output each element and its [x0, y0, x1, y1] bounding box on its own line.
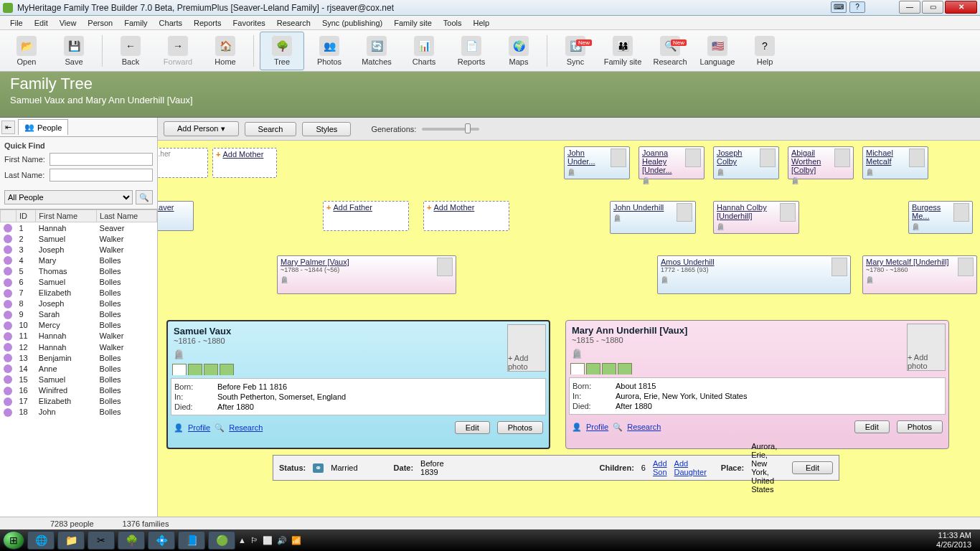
- menu-reports[interactable]: Reports: [188, 16, 227, 29]
- research-link-2[interactable]: Research: [627, 423, 661, 431]
- menu-favorites[interactable]: Favorites: [227, 16, 271, 29]
- menu-tools[interactable]: Tools: [438, 16, 468, 29]
- taskbar-chrome[interactable]: 🌐: [27, 531, 55, 550]
- menu-family-site[interactable]: Family site: [388, 16, 438, 29]
- edit-person1-button[interactable]: Edit: [455, 421, 490, 434]
- tree-canvas[interactable]: ...her +Add Mother Laver +Add Father +Ad…: [158, 141, 980, 517]
- person-row[interactable]: 5ThomasBolles: [1, 265, 157, 276]
- menu-edit[interactable]: Edit: [29, 16, 54, 29]
- ancestor-node[interactable]: Mary Metcalf [Underhill]~1780 - ~1860🪦: [862, 255, 977, 294]
- menu-help[interactable]: Help: [468, 16, 496, 29]
- taskbar-app3[interactable]: 📘: [178, 531, 205, 550]
- menu-person[interactable]: Person: [82, 16, 118, 29]
- add-person-button[interactable]: Add Person: [164, 121, 239, 136]
- toolbar-reports-button[interactable]: 📄Reports: [449, 32, 494, 70]
- styles-button[interactable]: Styles: [302, 122, 351, 136]
- ancestor-node[interactable]: Abigail Worthen [Colby]🪦: [788, 146, 854, 179]
- taskbar-app2[interactable]: 💠: [148, 531, 175, 550]
- search-button[interactable]: Search: [245, 122, 297, 136]
- toolbar-family-site-button[interactable]: 👨‍👩‍👦Family site: [600, 32, 645, 70]
- help-icon[interactable]: ?: [849, 1, 865, 13]
- add-mother-placeholder-2[interactable]: +Add Mother: [423, 201, 509, 231]
- person1-name[interactable]: Samuel Vaux: [174, 326, 543, 336]
- add-son-link[interactable]: Add Son: [653, 459, 667, 476]
- person-row[interactable]: 6SamuelBolles: [1, 276, 157, 287]
- person-row[interactable]: 9SarahBolles: [1, 309, 157, 320]
- ancestor-node[interactable]: Joanna Healey [Under...🪦: [639, 146, 705, 179]
- generations-slider[interactable]: [422, 128, 479, 131]
- person1-avatar[interactable]: + Add photo: [507, 324, 546, 372]
- ancestor-node[interactable]: John Underhill🪦: [610, 201, 696, 234]
- system-tray[interactable]: ▲🏳⬜🔊📶: [238, 536, 301, 545]
- start-button[interactable]: ⊞: [3, 531, 24, 550]
- toolbar-tree-button[interactable]: 🌳Tree: [260, 32, 304, 70]
- ancestor-node[interactable]: Burgess Me...🪦: [908, 201, 973, 234]
- collapse-sidebar-button[interactable]: ⇤: [1, 121, 15, 134]
- person2-avatar[interactable]: + Add photo: [907, 324, 946, 371]
- toolbar-maps-button[interactable]: 🌍Maps: [496, 32, 541, 70]
- ancestor-node[interactable]: John Under...🪦: [564, 146, 630, 179]
- person-row[interactable]: 2SamuelWalker: [1, 233, 157, 244]
- taskbar-explorer[interactable]: 📁: [57, 531, 85, 550]
- minimize-button[interactable]: —: [899, 1, 920, 14]
- taskbar-app4[interactable]: 🟢: [208, 531, 235, 550]
- add-mother-placeholder[interactable]: +Add Mother: [212, 148, 277, 178]
- person-row[interactable]: 14AnneBolles: [1, 363, 157, 374]
- person-row[interactable]: 4MaryBolles: [1, 255, 157, 265]
- ancestor-node[interactable]: Joseph Colby🪦: [713, 146, 779, 179]
- menu-charts[interactable]: Charts: [154, 16, 188, 29]
- toolbar-open-button[interactable]: 📂Open: [4, 32, 49, 70]
- ancestor-laver[interactable]: Laver: [158, 201, 194, 231]
- column-first-name[interactable]: First Name: [36, 210, 97, 222]
- ancestor-node[interactable]: Mary Palmer [Vaux]~1788 - ~1844 (~56)🪦: [277, 255, 456, 294]
- toolbar-home-button[interactable]: 🏠Home: [203, 32, 248, 70]
- people-tab[interactable]: 👥 People: [18, 119, 68, 135]
- toolbar-save-button[interactable]: 💾Save: [52, 32, 96, 70]
- ancestor-node[interactable]: Michael Metcalf🪦: [862, 146, 928, 179]
- toolbar-research-button[interactable]: 🔍ResearchNew: [648, 32, 692, 70]
- edit-family-button[interactable]: Edit: [792, 461, 833, 474]
- maximize-button[interactable]: ▭: [922, 1, 943, 14]
- research-link[interactable]: Research: [229, 423, 263, 432]
- taskbar-snip[interactable]: ✂: [88, 531, 115, 550]
- column-id[interactable]: ID: [17, 210, 36, 222]
- menu-sync-publishing-[interactable]: Sync (publishing): [316, 16, 388, 29]
- ancestor-node[interactable]: Hannah Colby [Underhill]🪦: [713, 201, 799, 234]
- person-row[interactable]: 18JohnBolles: [1, 407, 157, 418]
- profile-link[interactable]: Profile: [188, 423, 210, 432]
- menu-view[interactable]: View: [54, 16, 83, 29]
- person-row[interactable]: 15SamuelBolles: [1, 374, 157, 385]
- toolbar-back-button[interactable]: ←Back: [108, 32, 153, 70]
- toolbar-sync-button[interactable]: 🔃SyncNew: [553, 32, 598, 70]
- menu-family[interactable]: Family: [118, 16, 153, 29]
- profile-link-2[interactable]: Profile: [586, 423, 608, 431]
- taskbar-clock[interactable]: 11:33 AM 4/26/2013: [936, 531, 977, 550]
- people-filter-select[interactable]: All People: [4, 190, 133, 204]
- menu-research[interactable]: Research: [271, 16, 316, 29]
- toolbar-forward-button[interactable]: →Forward: [156, 32, 200, 70]
- ancestor-node[interactable]: Amos Underhill1772 - 1865 (93)🪦: [657, 255, 851, 294]
- people-table[interactable]: IDFirst NameLast Name 1HannahSeaver2Samu…: [0, 209, 157, 517]
- add-ancestor-placeholder[interactable]: ...her: [158, 148, 208, 178]
- toolbar-matches-button[interactable]: 🔄Matches: [354, 32, 399, 70]
- person-row[interactable]: 17ElizabethBolles: [1, 396, 157, 407]
- column-last-name[interactable]: Last Name: [97, 210, 157, 222]
- edit-person2-button[interactable]: Edit: [854, 420, 890, 433]
- toolbar-help-button[interactable]: ?Help: [743, 32, 787, 70]
- close-button[interactable]: ✕: [945, 1, 977, 14]
- toolbar-photos-button[interactable]: 👥Photos: [307, 32, 352, 70]
- person-row[interactable]: 10MercyBolles: [1, 320, 157, 331]
- search-people-button[interactable]: 🔍: [136, 190, 153, 204]
- person2-name[interactable]: Mary Ann Underhill [Vaux]: [572, 325, 943, 336]
- person-row[interactable]: 13BenjaminBolles: [1, 352, 157, 363]
- person-row[interactable]: 11HannahWalker: [1, 331, 157, 342]
- add-daughter-link[interactable]: Add Daughter: [674, 459, 707, 476]
- person-row[interactable]: 3JosephWalker: [1, 244, 157, 255]
- menu-file[interactable]: File: [4, 16, 29, 29]
- photos-person1-button[interactable]: Photos: [497, 421, 543, 434]
- add-father-placeholder[interactable]: +Add Father: [323, 201, 409, 231]
- person-row[interactable]: 16WinifredBolles: [1, 385, 157, 395]
- person-row[interactable]: 8JosephBolles: [1, 298, 157, 309]
- lastname-input[interactable]: [50, 169, 153, 182]
- person-row[interactable]: 12HannahWalker: [1, 342, 157, 352]
